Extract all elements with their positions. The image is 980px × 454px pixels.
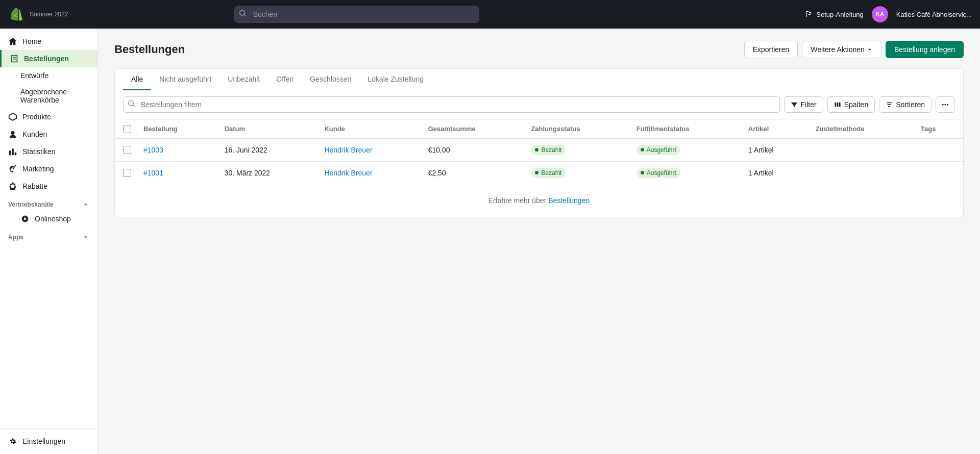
col-order: Bestellung [135, 119, 216, 138]
row-payment-0: Bezahlt [523, 138, 628, 161]
svg-point-4 [944, 104, 946, 105]
row-delivery-0 [807, 138, 913, 161]
tab-open[interactable]: Offen [268, 69, 302, 90]
col-date: Datum [216, 119, 316, 138]
avatar[interactable]: KA [872, 6, 888, 22]
select-all-checkbox[interactable] [123, 125, 131, 133]
row-date-0: 16. Juni 2022 [216, 138, 316, 161]
customers-icon [8, 130, 17, 139]
setup-link[interactable]: 🏳 Setup-Anleitung [805, 10, 864, 19]
sidebar-item-home[interactable]: Home [0, 33, 97, 50]
tab-all[interactable]: Alle [123, 69, 151, 90]
row-checkbox-0[interactable] [123, 146, 131, 154]
row-tags-1 [913, 161, 963, 184]
row-tags-0 [913, 138, 963, 161]
online-shop-icon [20, 214, 30, 223]
sidebar-item-discounts[interactable]: Rabatte [0, 178, 97, 195]
shopify-logo-icon [8, 6, 24, 22]
apps-expand-icon [82, 234, 89, 241]
expand-icon [82, 201, 89, 208]
user-name: Katies Café Abholservic... [896, 11, 972, 18]
col-customer: Kunde [316, 119, 420, 138]
row-fulfillment-1: Ausgeführt [628, 161, 740, 184]
season-label: Sommer 2022 [30, 11, 68, 18]
customer-link-1[interactable]: Hendrik Breuer [324, 169, 372, 177]
sort-icon [886, 101, 893, 108]
statistics-icon [8, 147, 17, 156]
logo[interactable]: Sommer 2022 [8, 6, 68, 22]
sidebar-item-marketing[interactable]: Marketing [0, 160, 97, 178]
orders-tbody: #1003 16. Juni 2022 Hendrik Breuer €10,0… [115, 138, 963, 184]
order-link-0[interactable]: #1003 [143, 146, 163, 154]
row-fulfillment-0: Ausgeführt [628, 138, 740, 161]
sidebar-item-orders[interactable]: Bestellungen [0, 50, 97, 67]
tab-unpaid[interactable]: Unbezahlt [219, 69, 268, 90]
table-header: Bestellung Datum Kunde Gesamtsumme Zahlu… [115, 119, 963, 138]
more-options-button[interactable] [936, 96, 955, 113]
columns-icon [834, 101, 841, 108]
svg-point-5 [947, 104, 948, 105]
sidebar-item-abandoned-carts[interactable]: Abgebrochene Warenkörbe [0, 84, 97, 108]
discounts-icon [8, 182, 17, 191]
table-row: #1003 16. Juni 2022 Hendrik Breuer €10,0… [115, 138, 963, 161]
search-icon [239, 10, 247, 19]
topbar: Sommer 2022 🏳 Setup-Anleitung KA Katies … [0, 0, 980, 29]
filter-button[interactable]: Filter [784, 96, 823, 113]
sidebar-item-statistics[interactable]: Statistiken [0, 143, 97, 160]
marketing-icon [8, 164, 17, 173]
row-checkbox-1[interactable] [123, 169, 131, 177]
col-tags: Tags [913, 119, 963, 138]
col-fulfillment-status: Fulfillmentstatus [628, 119, 740, 138]
settings-icon [8, 437, 17, 446]
apps-section[interactable]: Apps [0, 228, 97, 243]
col-items: Artikel [740, 119, 807, 138]
col-delivery-method: Zustellmethode [807, 119, 913, 138]
col-payment-status: Zahlungsstatus [523, 119, 628, 138]
row-items-0: 1 Artikel [740, 138, 807, 161]
tabs-container: Alle Nicht ausgeführt Unbezahlt Offen Ge… [115, 69, 963, 90]
svg-point-3 [942, 104, 944, 105]
tab-not-fulfilled[interactable]: Nicht ausgeführt [151, 69, 219, 90]
row-delivery-1 [807, 161, 913, 184]
create-order-button[interactable]: Bestellung anlegen [886, 41, 964, 58]
main-content: Bestellungen Exportieren Weitere Aktione… [98, 29, 980, 454]
search-icon [128, 100, 135, 109]
sidebar-item-customers[interactable]: Kunden [0, 125, 97, 143]
topbar-search-input[interactable] [234, 6, 479, 23]
sort-button[interactable]: Sortieren [879, 96, 932, 113]
row-total-0: €10,00 [420, 138, 523, 161]
dropdown-arrow-icon [867, 46, 873, 53]
more-icon [941, 100, 949, 109]
table-row: #1001 30. März 2022 Hendrik Breuer €2,50… [115, 161, 963, 184]
topbar-right: 🏳 Setup-Anleitung KA Katies Café Abholse… [805, 6, 972, 22]
products-icon [8, 112, 17, 121]
tab-local-delivery[interactable]: Lokale Zustellung [359, 69, 432, 90]
page-header: Bestellungen Exportieren Weitere Aktione… [114, 41, 964, 58]
row-total-1: €2,50 [420, 161, 523, 184]
sidebar-item-settings[interactable]: Einstellungen [0, 433, 97, 450]
learn-more-link[interactable]: Bestellungen [548, 196, 590, 205]
sidebar-item-products[interactable]: Produkte [0, 108, 97, 125]
columns-button[interactable]: Spalten [827, 96, 875, 113]
filter-input[interactable] [123, 96, 780, 113]
sidebar: Home Bestellungen Entwürfe Abgebrochene … [0, 29, 98, 454]
orders-icon [10, 54, 19, 63]
sidebar-item-drafts[interactable]: Entwürfe [0, 67, 97, 84]
home-icon [8, 37, 17, 46]
col-total: Gesamtsumme [420, 119, 523, 138]
row-date-1: 30. März 2022 [216, 161, 316, 184]
sidebar-item-online-shop[interactable]: Onlineshop [0, 210, 97, 228]
tab-closed[interactable]: Geschlossen [302, 69, 359, 90]
row-items-1: 1 Artikel [740, 161, 807, 184]
page-title: Bestellungen [114, 43, 185, 56]
app-body: Home Bestellungen Entwürfe Abgebrochene … [0, 29, 980, 454]
order-link-1[interactable]: #1001 [143, 169, 163, 177]
orders-table: Bestellung Datum Kunde Gesamtsumme Zahlu… [115, 119, 963, 184]
customer-link-0[interactable]: Hendrik Breuer [324, 146, 372, 154]
export-button[interactable]: Exportieren [744, 41, 798, 58]
table-toolbar: Filter Spalten Sortieren [115, 90, 963, 119]
orders-card: Alle Nicht ausgeführt Unbezahlt Offen Ge… [114, 68, 964, 217]
more-actions-button[interactable]: Weitere Aktionen [802, 41, 881, 58]
sales-channels-section[interactable]: Vertriebskanäle [0, 195, 97, 210]
row-payment-1: Bezahlt [523, 161, 628, 184]
